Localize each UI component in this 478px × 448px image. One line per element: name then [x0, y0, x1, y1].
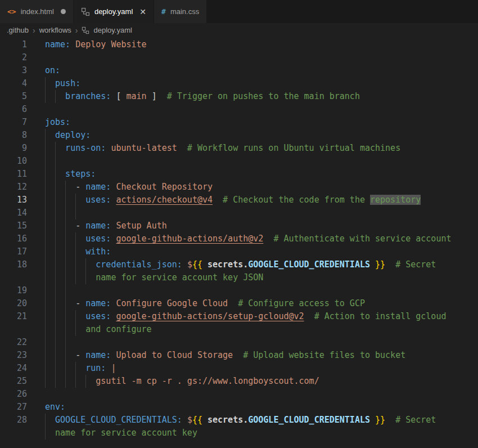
code-line[interactable]: 8 deploy:	[0, 129, 478, 142]
line-number[interactable]: 22	[0, 336, 27, 349]
line-number[interactable]: 26	[0, 388, 27, 401]
code-line[interactable]: 7jobs:	[0, 116, 478, 129]
line-number[interactable]: 21	[0, 310, 27, 323]
code-line[interactable]: 22	[0, 336, 478, 349]
indent-guide	[55, 258, 56, 271]
line-number[interactable]: 3	[0, 64, 27, 77]
code-line[interactable]: 28 GOOGLE_CLOUD_CREDENTIALS: ${{ secrets…	[0, 414, 478, 427]
editor-tab-bar: <> index.html deploy.yaml ✕ # main.css	[0, 0, 478, 23]
code-line[interactable]: 15 - name: Setup Auth	[0, 219, 478, 232]
indent-guide	[55, 194, 56, 207]
line-number[interactable]: 28	[0, 414, 27, 427]
code-token: # Configure access to GCP	[228, 298, 365, 308]
line-number[interactable]: 20	[0, 297, 27, 310]
code-line[interactable]: 19	[0, 284, 478, 297]
line-number[interactable]: 2	[0, 51, 27, 64]
code-area[interactable]: 1name: Deploy Website23on:4 push:5 branc…	[0, 37, 478, 440]
code-line[interactable]: name for service account key	[0, 427, 478, 440]
indent-guide	[55, 297, 56, 310]
code-line[interactable]: 6	[0, 103, 478, 116]
action-link[interactable]: google-github-actions/auth@v2	[116, 234, 263, 244]
code-line[interactable]: 3on:	[0, 64, 478, 77]
line-number[interactable]: 11	[0, 168, 27, 181]
indent-guide	[45, 219, 46, 232]
code-text: uses: actions/checkout@v4 # Checkout the…	[45, 194, 478, 207]
close-tab-icon[interactable]: ✕	[139, 8, 146, 16]
code-line[interactable]: 17 with:	[0, 245, 478, 258]
line-number[interactable]: 17	[0, 245, 27, 258]
code-line[interactable]: 24 run: |	[0, 362, 478, 375]
line-number[interactable]	[0, 271, 27, 284]
tab-main-css[interactable]: # main.css	[154, 0, 207, 23]
line-number[interactable]: 10	[0, 155, 27, 168]
code-line[interactable]: 13 uses: actions/checkout@v4 # Checkout …	[0, 194, 478, 207]
code-line[interactable]: 16 uses: google-github-actions/auth@v2 #…	[0, 232, 478, 245]
code-line[interactable]: 27env:	[0, 401, 478, 414]
code-token: name:	[45, 39, 70, 50]
code-line[interactable]: and configure	[0, 323, 478, 336]
indent-guide	[85, 258, 86, 271]
tab-index-html[interactable]: <> index.html	[0, 0, 74, 23]
line-number[interactable]	[0, 427, 27, 440]
tab-label: deploy.yaml	[94, 7, 133, 16]
code-line[interactable]: 26	[0, 388, 478, 401]
line-number[interactable]: 14	[0, 207, 27, 219]
code-token: with:	[85, 247, 111, 257]
indent-guide	[45, 129, 46, 142]
code-line[interactable]: 9 runs-on: ubuntu-latest # Workflow runs…	[0, 142, 478, 155]
line-number[interactable]: 4	[0, 77, 27, 90]
breadcrumb-segment-github[interactable]: .github	[7, 26, 29, 34]
line-number[interactable]: 16	[0, 232, 27, 245]
line-number[interactable]: 6	[0, 103, 27, 116]
line-number[interactable]: 18	[0, 258, 27, 271]
line-number[interactable]	[0, 323, 27, 336]
breadcrumb-segment-workflows[interactable]: workflows	[39, 26, 71, 34]
indent-guide	[55, 219, 56, 232]
code-token: |	[106, 363, 116, 373]
code-line[interactable]: 12 - name: Checkout Repository	[0, 181, 478, 194]
line-number[interactable]: 27	[0, 401, 27, 414]
line-number[interactable]: 19	[0, 284, 27, 297]
code-line[interactable]: 23 - name: Upload to Cloud Storage # Upl…	[0, 349, 478, 362]
code-token: steps:	[45, 169, 96, 179]
code-text: deploy:	[45, 129, 478, 142]
line-number[interactable]: 24	[0, 362, 27, 375]
indent-guide	[55, 362, 56, 375]
code-token: GOOGLE_CLOUD_CREDENTIALS	[248, 259, 370, 270]
indent-guide	[55, 375, 56, 388]
line-number[interactable]: 9	[0, 142, 27, 155]
code-line[interactable]: 2	[0, 51, 478, 64]
code-line[interactable]: 1name: Deploy Website	[0, 38, 478, 51]
line-number[interactable]: 15	[0, 219, 27, 232]
code-line[interactable]: 20 - name: Configure Google Cloud # Conf…	[0, 297, 478, 310]
action-link[interactable]: actions/checkout@v4	[116, 195, 213, 205]
line-number[interactable]: 13	[0, 194, 27, 207]
code-line[interactable]: 25 gsutil -m cp -r . gs://www.longboysco…	[0, 375, 478, 388]
code-line[interactable]: 18 credentials_json: ${{ secrets.GOOGLE_…	[0, 258, 478, 271]
code-line[interactable]: 21 uses: google-github-actions/setup-gcl…	[0, 310, 478, 323]
code-line[interactable]: 11 steps:	[0, 168, 478, 181]
code-token	[202, 259, 208, 270]
code-line[interactable]: 10	[0, 155, 478, 168]
line-number[interactable]: 1	[0, 38, 27, 51]
breadcrumb-segment-file[interactable]: deploy.yaml	[93, 26, 132, 34]
line-number[interactable]: 7	[0, 116, 27, 129]
line-number[interactable]: 5	[0, 90, 27, 103]
indent-guide	[75, 271, 76, 284]
code-token: GOOGLE_CLOUD_CREDENTIALS	[248, 415, 370, 425]
action-link[interactable]: google-github-actions/setup-gcloud@v2	[116, 311, 304, 321]
line-number[interactable]: 23	[0, 349, 27, 362]
line-number[interactable]: 25	[0, 375, 27, 388]
indent-guide	[65, 362, 66, 375]
line-number[interactable]: 12	[0, 181, 27, 194]
indent-guide	[75, 232, 76, 245]
code-line[interactable]: 14	[0, 207, 478, 219]
indent-guide	[45, 310, 46, 323]
modified-dot-icon[interactable]	[61, 9, 66, 14]
code-line[interactable]: name for service account key JSON	[0, 271, 478, 284]
code-line[interactable]: 4 push:	[0, 77, 478, 90]
code-line[interactable]: 5 branches: [ main ] # Trigger on pushes…	[0, 90, 478, 103]
code-token: uses:	[85, 234, 111, 244]
line-number[interactable]: 8	[0, 129, 27, 142]
tab-deploy-yaml[interactable]: deploy.yaml ✕	[74, 0, 154, 23]
